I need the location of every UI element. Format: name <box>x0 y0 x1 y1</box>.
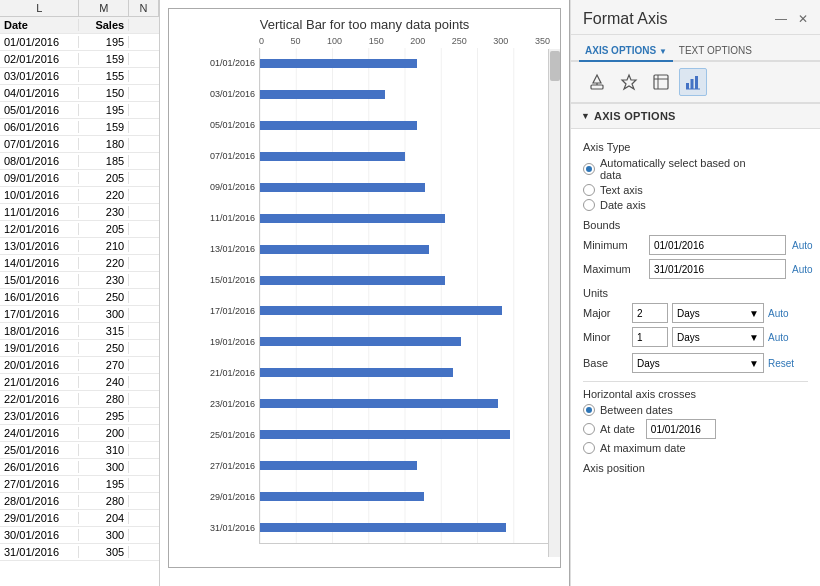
size-icon-btn[interactable] <box>647 68 675 96</box>
date-cell: 20/01/2016 <box>0 359 79 371</box>
table-row: 01/01/2016195 <box>0 34 159 51</box>
radio-at-date-label: At date <box>600 423 635 435</box>
paint-bucket-icon-btn[interactable] <box>583 68 611 96</box>
radio-at-date-btn[interactable] <box>583 423 595 435</box>
minor-unit-value: Days <box>677 332 700 343</box>
section-content: Axis Type Automatically select based ond… <box>571 129 820 486</box>
table-row: 15/01/2016230 <box>0 272 159 289</box>
bar-row <box>260 57 550 69</box>
radio-at-max[interactable]: At maximum date <box>583 442 808 454</box>
y-axis-label: 05/01/2016 <box>179 121 259 130</box>
minor-label: Minor <box>583 331 628 343</box>
spreadsheet-header-row: Date Sales <box>0 17 159 34</box>
sales-cell: 280 <box>79 495 129 507</box>
date-cell: 15/01/2016 <box>0 274 79 286</box>
bar <box>260 492 424 501</box>
sales-cell: 230 <box>79 274 129 286</box>
bars-canvas <box>259 48 550 544</box>
date-cell: 01/01/2016 <box>0 36 79 48</box>
date-cell: 03/01/2016 <box>0 70 79 82</box>
sales-cell: 250 <box>79 342 129 354</box>
radio-text-btn[interactable] <box>583 184 595 196</box>
x-axis-labels: 050100150200250300350 <box>179 36 550 46</box>
major-auto-btn[interactable]: Auto <box>768 308 808 319</box>
spreadsheet: L M N Date Sales 01/01/201619502/01/2016… <box>0 0 160 586</box>
sales-cell: 159 <box>79 121 129 133</box>
y-axis-label: 25/01/2016 <box>179 431 259 440</box>
date-cell: 04/01/2016 <box>0 87 79 99</box>
panel-body: ▼ AXIS OPTIONS Axis Type Automatically s… <box>571 103 820 586</box>
minor-auto-btn[interactable]: Auto <box>768 332 808 343</box>
minimum-label: Minimum <box>583 239 643 251</box>
date-header: Date <box>0 19 79 31</box>
radio-between-dates[interactable]: Between dates <box>583 404 808 416</box>
bar <box>260 59 417 68</box>
major-value-input[interactable] <box>632 303 668 323</box>
minimum-input[interactable] <box>649 235 786 255</box>
chart-area: Vertical Bar for too many data points 05… <box>160 0 570 586</box>
date-cell: 30/01/2016 <box>0 529 79 541</box>
radio-between-btn[interactable] <box>583 404 595 416</box>
minor-value-input[interactable] <box>632 327 668 347</box>
bar <box>260 152 405 161</box>
table-row: 19/01/2016250 <box>0 340 159 357</box>
radio-at-date[interactable]: At date <box>583 419 808 439</box>
date-cell: 08/01/2016 <box>0 155 79 167</box>
minor-unit-dropdown[interactable]: Days ▼ <box>672 327 764 347</box>
bar <box>260 214 445 223</box>
sales-cell: 230 <box>79 206 129 218</box>
table-row: 12/01/2016205 <box>0 221 159 238</box>
base-reset-btn[interactable]: Reset <box>768 358 808 369</box>
bar-row <box>260 119 550 131</box>
axis-type-label: Axis Type <box>583 141 808 153</box>
table-row: 23/01/2016295 <box>0 408 159 425</box>
date-cell: 17/01/2016 <box>0 308 79 320</box>
bar-row <box>260 243 550 255</box>
table-row: 10/01/2016220 <box>0 187 159 204</box>
hz-crosses-radio-group: Between dates At date At maximum date <box>583 404 808 454</box>
radio-date-btn[interactable] <box>583 199 595 211</box>
scrollbar-thumb[interactable] <box>550 51 560 81</box>
minimum-auto-btn[interactable]: Auto <box>792 240 820 251</box>
y-labels: 01/01/201603/01/201605/01/201607/01/2016… <box>179 48 259 544</box>
radio-at-max-btn[interactable] <box>583 442 595 454</box>
bar-row <box>260 398 550 410</box>
table-row: 04/01/2016150 <box>0 85 159 102</box>
effects-icon-btn[interactable] <box>615 68 643 96</box>
sales-cell: 240 <box>79 376 129 388</box>
units-grid: Major Days ▼ Auto Minor Days ▼ Auto <box>583 303 808 347</box>
base-dropdown[interactable]: Days ▼ <box>632 353 764 373</box>
table-row: 30/01/2016300 <box>0 527 159 544</box>
maximum-input[interactable] <box>649 259 786 279</box>
minimize-button[interactable]: — <box>772 10 790 28</box>
base-row: Base Days ▼ Reset <box>583 353 808 373</box>
tab-axis-options[interactable]: AXIS OPTIONS ▼ <box>579 41 673 62</box>
bar-row <box>260 212 550 224</box>
axis-type-radio-group: Automatically select based ondata Text a… <box>583 157 808 211</box>
bar-row <box>260 367 550 379</box>
y-axis-label: 09/01/2016 <box>179 183 259 192</box>
tab-text-options[interactable]: TEXT OPTIONS <box>673 41 758 60</box>
at-date-input[interactable] <box>646 419 716 439</box>
bar-chart-icon-btn[interactable] <box>679 68 707 96</box>
section-header-axis-options[interactable]: ▼ AXIS OPTIONS <box>571 103 820 129</box>
radio-auto-btn[interactable] <box>583 163 595 175</box>
paint-icon <box>588 73 606 91</box>
table-row: 16/01/2016250 <box>0 289 159 306</box>
bounds-grid: Minimum Auto Maximum Auto <box>583 235 808 279</box>
sales-cell: 159 <box>79 53 129 65</box>
radio-text[interactable]: Text axis <box>583 184 808 196</box>
radio-auto[interactable]: Automatically select based ondata <box>583 157 808 181</box>
svg-rect-13 <box>654 75 668 89</box>
date-cell: 05/01/2016 <box>0 104 79 116</box>
date-cell: 25/01/2016 <box>0 444 79 456</box>
table-row: 24/01/2016200 <box>0 425 159 442</box>
major-unit-dropdown[interactable]: Days ▼ <box>672 303 764 323</box>
sales-cell: 300 <box>79 308 129 320</box>
maximum-auto-btn[interactable]: Auto <box>792 264 820 275</box>
radio-date[interactable]: Date axis <box>583 199 808 211</box>
format-axis-panel: Format Axis — ✕ AXIS OPTIONS ▼ TEXT OPTI… <box>570 0 820 586</box>
date-cell: 23/01/2016 <box>0 410 79 422</box>
close-button[interactable]: ✕ <box>794 10 812 28</box>
sales-cell: 220 <box>79 189 129 201</box>
